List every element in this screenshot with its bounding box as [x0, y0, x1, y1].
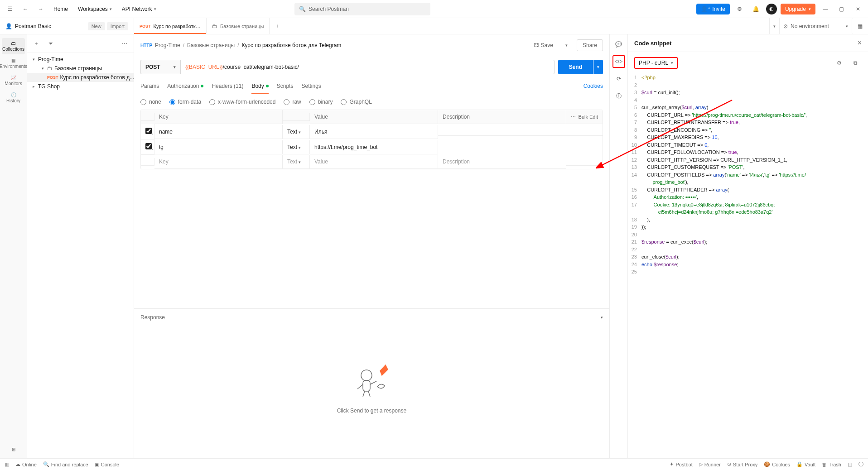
tab-request-0[interactable]: POST Курс по разработке бо: [134, 18, 207, 34]
sidebar-filter-icon[interactable]: ⏷: [44, 37, 57, 50]
tree-collection-progtime[interactable]: ▾Prog-Time: [27, 55, 134, 64]
search-input[interactable]: 🔍 Search Postman: [294, 3, 430, 15]
new-button[interactable]: New: [88, 22, 105, 30]
snippet-settings-icon[interactable]: ⚙: [833, 57, 845, 69]
nav-home[interactable]: Home: [50, 4, 72, 14]
body-type-binary[interactable]: binary: [309, 99, 333, 105]
avatar[interactable]: ◐: [766, 4, 777, 14]
rail-environments[interactable]: ▦Environments: [0, 55, 27, 72]
tab-add-button[interactable]: ＋: [270, 22, 286, 30]
workspace-switcher[interactable]: 👤Postman Basic New Import: [0, 18, 134, 34]
share-button[interactable]: Share: [577, 39, 603, 51]
chevron-down-icon[interactable]: ▾: [601, 315, 603, 320]
env-quicklook-icon[interactable]: ▦: [852, 18, 868, 34]
row-checkbox[interactable]: [145, 143, 152, 149]
environment-selector[interactable]: ⊘No environment ▾: [779, 18, 852, 34]
upgrade-button[interactable]: Upgrade▾: [781, 4, 815, 14]
table-row-new[interactable]: Key Text ▾ Value Description: [141, 155, 603, 169]
sb-cookies[interactable]: 🍪Cookies: [764, 461, 790, 467]
rail-collections[interactable]: 🗃Collections: [2, 38, 25, 54]
sb-layout-icon[interactable]: ◫: [848, 461, 852, 467]
history-icon: 🕘: [11, 92, 16, 97]
vault-icon: 🔒: [796, 461, 803, 467]
cell-value[interactable]: https://t.me/prog_time_bot: [310, 140, 438, 154]
col-value: Value: [310, 110, 438, 124]
body-type-raw[interactable]: raw: [284, 99, 301, 105]
window-maximize-icon[interactable]: ▢: [835, 3, 848, 15]
tab-authorization[interactable]: Authorization: [167, 78, 203, 94]
body-type-graphql[interactable]: GraphQL: [341, 99, 371, 105]
save-dropdown-icon[interactable]: ▾: [560, 39, 573, 52]
sb-help-icon[interactable]: ⓘ: [858, 461, 863, 468]
table-row[interactable]: tg Text ▾ https://t.me/prog_time_bot: [141, 139, 603, 155]
menu-icon[interactable]: ☰: [4, 3, 16, 15]
tree-request-telegram-course[interactable]: POSTКурс по разработке ботов д...: [27, 73, 134, 82]
sb-trash[interactable]: 🗑Trash: [822, 462, 841, 467]
sb-postbot[interactable]: ✦Postbot: [670, 461, 692, 467]
cell-type[interactable]: Text ▾: [283, 140, 310, 154]
sb-vault[interactable]: 🔒Vault: [796, 461, 815, 467]
cell-value[interactable]: Илья: [310, 125, 438, 139]
tab-settings[interactable]: Settings: [301, 78, 321, 94]
nav-api-network[interactable]: API Network▾: [118, 4, 160, 14]
bulk-edit-link[interactable]: Bulk Edit: [579, 114, 598, 120]
tree-folder-basic-pages[interactable]: ▾🗀Базовые страницы: [27, 64, 134, 73]
tree-collection-tgshop[interactable]: ▸TG Shop: [27, 82, 134, 91]
cookies-link[interactable]: Cookies: [583, 83, 603, 89]
sb-runner[interactable]: ▷Runner: [699, 461, 721, 467]
sb-panel-icon[interactable]: ▥: [5, 461, 9, 467]
invite-button[interactable]: 👤⁺Invite: [696, 4, 730, 14]
sidebar-add-icon[interactable]: ＋: [30, 37, 43, 50]
row-checkbox[interactable]: [145, 128, 152, 134]
breadcrumb-link[interactable]: Базовые страницы: [187, 42, 235, 48]
cell-description[interactable]: [438, 144, 566, 151]
cell-key[interactable]: tg: [154, 140, 283, 154]
tab-headers[interactable]: Headers (11): [212, 78, 243, 94]
sb-start-proxy[interactable]: ⊙Start Proxy: [727, 461, 757, 467]
no-env-icon: ⊘: [783, 23, 788, 29]
code-snippet-icon[interactable]: </>: [612, 55, 625, 68]
sb-console[interactable]: ▣Console: [95, 461, 119, 467]
url-input[interactable]: {{BASIC_URL}}/course_cat/telegram-bot-ba…: [180, 60, 555, 74]
send-button[interactable]: Send: [558, 60, 593, 74]
tab-overflow-icon[interactable]: ▾: [773, 24, 776, 29]
sb-find-replace[interactable]: 🔍Find and replace: [43, 461, 88, 467]
tab-body[interactable]: Body: [251, 78, 268, 94]
rail-monitors[interactable]: 📈Monitors: [0, 72, 27, 89]
close-icon[interactable]: ×: [858, 39, 862, 47]
language-selector[interactable]: PHP - cURL▾: [634, 57, 678, 69]
sb-online[interactable]: ☁Online: [15, 461, 37, 467]
comments-icon[interactable]: 💬: [612, 38, 625, 51]
body-type-formdata[interactable]: form-data: [169, 99, 201, 105]
body-type-urlencoded[interactable]: x-www-form-urlencoded: [209, 99, 275, 105]
tab-scripts[interactable]: Scripts: [277, 78, 294, 94]
window-close-icon[interactable]: ✕: [852, 3, 864, 15]
cell-key[interactable]: name: [154, 125, 283, 139]
sidebar-more-icon[interactable]: ⋯: [118, 37, 131, 50]
body-type-none[interactable]: none: [140, 99, 161, 105]
rail-configure[interactable]: ⊞: [0, 444, 27, 455]
notifications-icon[interactable]: 🔔: [750, 3, 762, 15]
method-selector[interactable]: POST▾: [140, 60, 180, 74]
nav-forward-icon[interactable]: →: [34, 3, 47, 15]
code-body[interactable]: 1<?php23$curl = curl_init();45curl_setop…: [628, 74, 868, 458]
tab-params[interactable]: Params: [140, 78, 159, 94]
breadcrumb-link[interactable]: Prog-Time: [155, 42, 180, 48]
copy-icon[interactable]: ⧉: [849, 57, 862, 69]
settings-icon[interactable]: ⚙: [733, 3, 746, 15]
import-button[interactable]: Import: [107, 22, 128, 30]
more-icon[interactable]: ⋯: [571, 114, 576, 120]
save-button[interactable]: 🖫Save: [530, 39, 557, 52]
nav-workspaces[interactable]: Workspaces▾: [74, 4, 116, 14]
http-icon: HTTP: [140, 43, 152, 48]
nav-back-icon[interactable]: ←: [19, 3, 32, 15]
window-minimize-icon[interactable]: —: [819, 3, 832, 15]
cell-description[interactable]: [438, 128, 566, 136]
rail-history[interactable]: 🕘History: [0, 90, 27, 106]
send-dropdown-icon[interactable]: ▾: [593, 60, 603, 74]
table-row[interactable]: name Text ▾ Илья: [141, 124, 603, 139]
related-icon[interactable]: ⟳: [612, 72, 625, 85]
tab-request-1[interactable]: 🗀 Базовые страницы: [207, 18, 270, 34]
cell-type[interactable]: Text ▾: [283, 125, 310, 139]
info-icon[interactable]: ⓘ: [612, 90, 625, 102]
